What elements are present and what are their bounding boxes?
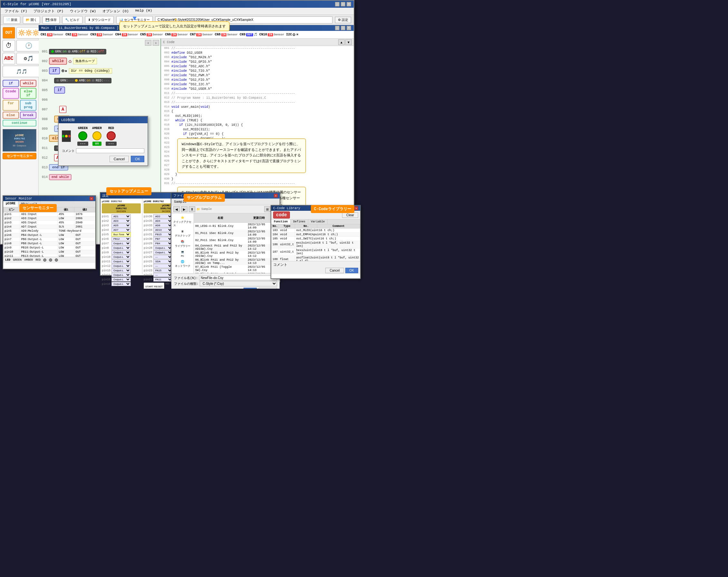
- menu-window[interactable]: ウィンドウ (W): [69, 8, 97, 14]
- clock-icon[interactable]: 🕐: [17, 40, 41, 52]
- list-item[interactable]: 187uint32_thexs2uint(uint8 t l *buf, uin…: [271, 248, 360, 256]
- setup-pin25[interactable]: SDA: [153, 259, 173, 264]
- sensor-table-container[interactable]: ピン 設定 値1 値2 pin1AD1:Input45%1876 pin2AD3…: [3, 207, 95, 257]
- led-ok-btn[interactable]: OK: [131, 156, 144, 162]
- flow-if-btn[interactable]: if: [3, 80, 19, 87]
- fd-back-btn[interactable]: ◀: [173, 206, 180, 212]
- setup-pin2-select[interactable]: AD3: [111, 219, 131, 223]
- setup-pin36[interactable]: AD2: [153, 214, 173, 219]
- setup-pin11-select[interactable]: Output-L: [111, 259, 131, 264]
- fd-icon-view[interactable]: ⊞: [264, 206, 270, 212]
- abc-block-007[interactable]: A: [59, 106, 67, 113]
- ccode-clear-btn[interactable]: Clear: [342, 212, 358, 218]
- music-icon[interactable]: 🎵🎵: [3, 66, 41, 77]
- amber-selector[interactable]: on: [93, 142, 102, 146]
- setup-pin14-select[interactable]: Output-L: [111, 273, 131, 277]
- flow-for-btn[interactable]: for: [3, 100, 19, 111]
- menu-help[interactable]: Help (H): [134, 8, 154, 14]
- open-button[interactable]: 📂 開く: [23, 16, 40, 24]
- setup-pin35[interactable]: AD4: [153, 219, 173, 223]
- setup-pin12-select[interactable]: Output-L: [111, 264, 131, 268]
- code-scroll-up[interactable]: ▲: [338, 39, 345, 45]
- led-block-001[interactable]: GRN:on AMB:off RED:off: [49, 49, 106, 54]
- flow-continue-btn[interactable]: continue: [3, 120, 36, 127]
- endwhile-block-014[interactable]: end while: [49, 174, 72, 180]
- setup-pin22[interactable]: ---: [153, 273, 173, 277]
- setup-pin21[interactable]: PA11: [153, 277, 173, 281]
- list-item[interactable]: 01_PA11 1Sec Blink.Csy2023/12/05 14:09CS…: [194, 230, 280, 237]
- sm-tab-ucore[interactable]: μCORE: [3, 201, 18, 207]
- setup-pin9-select[interactable]: Output-L: [111, 250, 131, 254]
- flow-code-btn[interactable]: Ccode: [3, 88, 19, 99]
- setup-pin16-select[interactable]: Output-L: [111, 282, 131, 286]
- setup-pin31[interactable]: PB15: [153, 232, 173, 237]
- list-item[interactable]: 06_Blink PA11 and PA12 by AD1SW) on Temp…: [194, 258, 280, 265]
- list-item[interactable]: 04_Connect PA11 and PA12 by AD1SW).Csy20…: [194, 244, 280, 251]
- ccode-table-container[interactable]: No. Type No. Comment 183voidout_MLED(uin…: [271, 224, 360, 261]
- sub-maximize-btn[interactable]: □: [341, 26, 345, 30]
- cc-cancel-btn[interactable]: Cancel: [326, 268, 344, 273]
- fd-pc[interactable]: 💻 PC: [173, 249, 192, 259]
- sub-close-btn[interactable]: ×: [346, 26, 351, 30]
- flow-while-btn[interactable]: while: [20, 80, 36, 87]
- setup-pin8-select[interactable]: Output-L: [111, 246, 131, 250]
- ccode-close[interactable]: ×: [354, 206, 358, 210]
- red-selector[interactable]: ---: [106, 142, 116, 146]
- sub-minimize-btn[interactable]: _: [335, 26, 339, 30]
- close-btn[interactable]: ×: [346, 2, 351, 6]
- setup-pin15-select[interactable]: Output-L: [111, 277, 131, 281]
- menu-file[interactable]: ファイル (F): [3, 8, 28, 14]
- comment-input[interactable]: [76, 148, 144, 153]
- fd-up-btn[interactable]: ⬆: [189, 206, 195, 212]
- fd-cancel-btn[interactable]: Cancel: [259, 288, 277, 288]
- setup-pin30[interactable]: PB7: [153, 237, 173, 241]
- setup-pin4-select[interactable]: AD7: [111, 228, 131, 232]
- fd-forward-btn[interactable]: ▶: [181, 206, 187, 212]
- menu-options[interactable]: オプション (O): [101, 8, 130, 14]
- flow-break-btn[interactable]: break: [20, 112, 36, 119]
- cc-tab-function[interactable]: Function: [271, 219, 290, 224]
- flow-else-btn[interactable]: else: [3, 112, 19, 119]
- list-item[interactable]: 08_Blink PA11 and PA12 by AD1(Toggle SW)…: [194, 272, 280, 273]
- gear-icon[interactable]: ⚙🎵: [17, 53, 41, 64]
- led-cancel-btn[interactable]: Cancel: [109, 156, 129, 162]
- abc-icon[interactable]: ABC: [3, 53, 15, 64]
- setup-pin6-select[interactable]: PB12: [111, 237, 131, 241]
- fd-desktop[interactable]: 🖥 デスクトップ: [173, 228, 192, 239]
- led-icon[interactable]: 🔆🔆🔆: [17, 27, 41, 38]
- fd-filename-input[interactable]: [199, 275, 277, 280]
- list-item[interactable]: 05_Blink PA11 and PA12 by AD1SW).Csy2023…: [194, 251, 280, 258]
- download-button[interactable]: ⬇ ダウンロード: [85, 16, 114, 24]
- setup-pin28[interactable]: Output-L: [153, 246, 173, 250]
- save-button[interactable]: 💾 保存: [43, 16, 59, 24]
- setup-pin33[interactable]: AD6: [153, 223, 173, 227]
- flow-subprog-btn[interactable]: sub prog: [20, 100, 36, 111]
- maximize-btn[interactable]: □: [341, 2, 345, 6]
- list-item[interactable]: 00_LEDG-A-Ri Blink.Csy2023/12/05 14:09CS…: [194, 223, 280, 230]
- fd-network[interactable]: 🌐 ネットワーク: [173, 259, 192, 269]
- list-item[interactable]: 188floatascfloat2uint(uint8 t l *buf, ui…: [271, 256, 360, 261]
- fd-filetype-select[interactable]: C-Style (*.Csy): [200, 281, 277, 286]
- green-selector[interactable]: ---: [77, 142, 88, 146]
- list-item[interactable]: 184voidout_EMPACApuint16 t ch;): [271, 233, 360, 237]
- sensor-monitor-close[interactable]: ×: [89, 197, 94, 200]
- list-item[interactable]: 185voidout_SWITC(uint16 t ch;): [271, 237, 360, 241]
- flow-prev-btn[interactable]: ‹: [145, 40, 151, 46]
- minimize-btn[interactable]: _: [335, 2, 339, 6]
- list-item[interactable]: 183voidout_MLED(uint16 t ch;): [271, 228, 360, 233]
- setup-pin13-select[interactable]: Output-L: [111, 268, 131, 273]
- fd-file-list[interactable]: 名前 更新日時 種類 00_LEDG-A-Ri Blink.Csy2023/12…: [194, 213, 280, 273]
- fd-quick-access[interactable]: ⭐ クイックアクセス: [173, 215, 192, 228]
- new-button[interactable]: 📄 新規: [3, 16, 20, 24]
- while-block-002[interactable]: while: [49, 58, 67, 65]
- cc-tab-defines[interactable]: Defines: [290, 219, 308, 224]
- start-reset-btn[interactable]: START RESET: [144, 282, 164, 288]
- cc-ok-btn[interactable]: OK: [345, 268, 358, 273]
- menu-project[interactable]: プロジェクト (P): [32, 8, 64, 14]
- compass-icon[interactable]: ⊕✦: [61, 67, 67, 74]
- setup-pin23[interactable]: PA15: [153, 268, 173, 273]
- code-scroll-down[interactable]: ▼: [345, 39, 352, 45]
- flow-elseif-btn[interactable]: else if: [20, 88, 36, 99]
- list-item[interactable]: 186uint32_texc2uint(uint8 t l *buf, uint…: [271, 241, 360, 248]
- settings-button[interactable]: ⚙ 設定: [335, 17, 351, 23]
